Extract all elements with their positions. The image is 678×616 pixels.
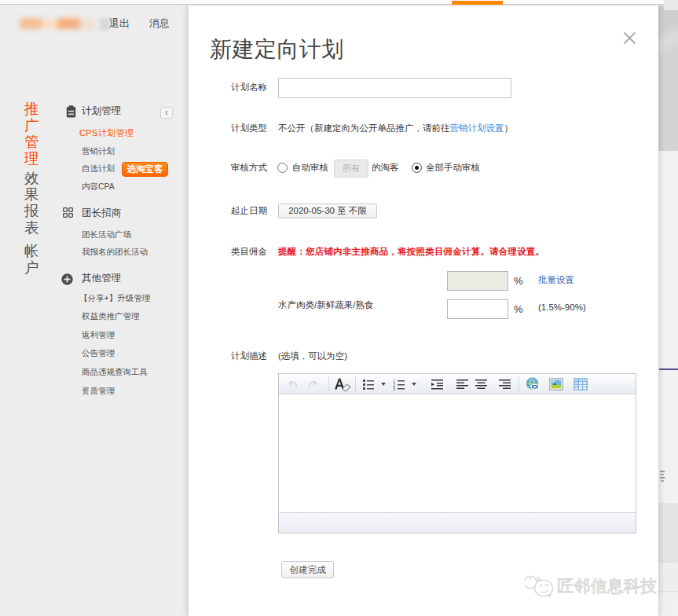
logout-link[interactable]: 退出 xyxy=(109,18,130,29)
clipboard-icon xyxy=(66,105,76,118)
insert-table-icon[interactable] xyxy=(574,377,588,391)
radio-dot xyxy=(415,166,419,170)
editor-toolbar: 1 2 3 xyxy=(279,374,636,394)
page: 退出 消息 推广管理 效果报表 帐户 计划管理 ‹ CPS计划管理 营销计划 自… xyxy=(0,0,678,616)
svg-text:3: 3 xyxy=(393,387,395,391)
background-tiny-marks xyxy=(660,471,665,482)
select-taoke-badge[interactable]: 选淘宝客 xyxy=(122,162,168,177)
plan-name-input[interactable] xyxy=(278,78,511,98)
toolbar-separator xyxy=(519,377,519,391)
create-plan-modal: 新建定向计划 计划名称 计划类型 不公开（新建定向为公开单品推广，请前往营销计划… xyxy=(189,6,658,616)
auto-review-radio[interactable] xyxy=(277,163,288,173)
toolbar-separator xyxy=(355,377,356,391)
vnav-account[interactable]: 帐户 xyxy=(24,243,40,276)
manual-review-radio[interactable] xyxy=(412,163,422,173)
scrollbar-corner xyxy=(664,0,678,10)
commission-all-input xyxy=(447,271,508,291)
category-label: 水产肉类/新鲜蔬果/熟食 xyxy=(278,300,373,310)
redacted-blur-fragment xyxy=(57,18,81,29)
align-left-icon[interactable] xyxy=(456,378,469,390)
plan-type-label: 计划类型 xyxy=(231,123,267,133)
marketing-plan-settings-link[interactable]: 营销计划设置 xyxy=(450,123,504,133)
plus-circle-icon xyxy=(61,273,73,285)
background-purple-line xyxy=(659,368,678,370)
close-icon[interactable] xyxy=(623,31,636,45)
sidebar-item-cps-plan[interactable]: CPS计划管理 xyxy=(79,128,134,138)
background-page-header-strip xyxy=(658,6,678,151)
create-complete-button[interactable]: 创建完成 xyxy=(281,561,334,578)
remove-format-icon[interactable] xyxy=(334,377,351,391)
sidebar-item-content-cpa[interactable]: 内容CPA xyxy=(82,182,115,191)
review-suffix-text: 的淘客 xyxy=(372,163,399,172)
watermark-text: 匠邻信息科技 xyxy=(557,578,657,595)
messages-link[interactable]: 消息 xyxy=(149,18,170,29)
horizontal-scrollbar-thumb[interactable] xyxy=(452,1,503,5)
unordered-list-icon[interactable] xyxy=(362,378,375,390)
sidebar-group-plan-management[interactable]: 计划管理 xyxy=(82,105,121,116)
ordered-list-caret[interactable] xyxy=(412,383,416,386)
align-center-icon[interactable] xyxy=(475,378,488,390)
unordered-list-caret[interactable] xyxy=(381,383,386,386)
editor-content-area[interactable] xyxy=(279,395,636,512)
plan-name-label: 计划名称 xyxy=(231,82,267,92)
redacted-username-blur xyxy=(20,16,96,31)
watermark: 匠邻信息科技 xyxy=(519,564,660,611)
sidebar-collapse-button[interactable]: ‹ xyxy=(160,107,173,119)
sidebar-item-share-plus-upgrade[interactable]: 【分享+】升级管理 xyxy=(79,293,150,302)
sidebar-item-rights-promotion[interactable]: 权益类推广管理 xyxy=(82,311,140,321)
vnav-effect-reports[interactable]: 效果报表 xyxy=(24,170,40,236)
plan-type-text-before: 不公开（新建定向为公开单品推广，请前往 xyxy=(278,123,450,133)
background-page-body-strip xyxy=(658,151,678,503)
background-row-strip-1 xyxy=(658,503,678,562)
rich-text-editor: 1 2 3 xyxy=(278,373,636,534)
all-button[interactable]: 所有 xyxy=(334,160,368,178)
background-row-strip-3 xyxy=(658,592,678,616)
sidebar-item-product-violation-query[interactable]: 商品违规查询工具 xyxy=(82,367,148,376)
sidebar-item-self-select-plan[interactable]: 自选计划 xyxy=(82,163,115,173)
review-mode-label: 审核方式 xyxy=(231,163,267,172)
grid-icon xyxy=(63,207,73,218)
percent-sign: % xyxy=(514,304,523,314)
tiny-mark xyxy=(660,477,665,478)
commission-range-hint: (1.5%-90%) xyxy=(538,302,586,312)
commission-label: 类目佣金 xyxy=(231,247,267,256)
ordered-list-icon[interactable]: 1 2 3 xyxy=(393,378,405,390)
redacted-blur xyxy=(100,18,109,31)
sidebar-item-qualification-management[interactable]: 资质管理 xyxy=(82,386,115,395)
tiny-mark xyxy=(660,474,664,475)
plan-type-text-after: ） xyxy=(504,123,514,133)
toolbar-separator xyxy=(328,377,329,391)
auto-review-label: 自动审核 xyxy=(292,163,328,172)
redo-icon[interactable] xyxy=(307,378,320,390)
editor-statusbar xyxy=(279,512,636,533)
redacted-blur-fragment xyxy=(42,20,59,28)
sidebar-item-my-leader-activities[interactable]: 我报名的团长活动 xyxy=(82,247,148,256)
sidebar-item-marketing-plan[interactable]: 营销计划 xyxy=(82,146,115,156)
category-commission-input[interactable] xyxy=(447,299,508,319)
percent-sign: % xyxy=(514,276,523,286)
sidebar-item-rebate-management[interactable]: 返利管理 xyxy=(82,330,115,339)
sidebar-item-announcement-management[interactable]: 公告管理 xyxy=(82,348,115,358)
align-right-icon[interactable] xyxy=(499,378,511,390)
batch-set-link[interactable]: 批量设置 xyxy=(538,275,574,284)
indent-icon[interactable] xyxy=(431,378,444,390)
sidebar-group-leader-investment[interactable]: 团长招商 xyxy=(82,207,121,218)
page-background-left: 退出 消息 推广管理 效果报表 帐户 计划管理 ‹ CPS计划管理 营销计划 自… xyxy=(0,6,189,616)
tiny-mark xyxy=(660,471,665,472)
sidebar-item-leader-activity-plaza[interactable]: 团长活动广场 xyxy=(82,229,131,239)
vnav-promotion-management[interactable]: 推广管理 xyxy=(24,101,40,167)
tiny-mark xyxy=(661,480,664,482)
date-range-button[interactable]: 2020-05-30 至 不限 xyxy=(278,204,377,218)
watermark-logo-icon xyxy=(525,572,553,602)
undo-icon[interactable] xyxy=(286,378,299,390)
description-label: 计划描述 xyxy=(231,351,267,361)
plan-type-text: 不公开（新建定向为公开单品推广，请前往营销计划设置） xyxy=(278,123,513,133)
horizontal-scrollbar[interactable] xyxy=(0,0,678,5)
modal-title: 新建定向计划 xyxy=(210,38,344,60)
sidebar-group-other-management[interactable]: 其他管理 xyxy=(82,273,121,284)
redacted-blur-fragment xyxy=(20,18,43,29)
insert-image-icon[interactable] xyxy=(549,377,563,391)
commission-warning-text: 提醒：您店铺内非主推商品，将按照类目佣金计算。请合理设置。 xyxy=(278,247,544,256)
insert-link-icon[interactable] xyxy=(526,377,540,391)
date-range-label: 起止日期 xyxy=(231,206,267,215)
